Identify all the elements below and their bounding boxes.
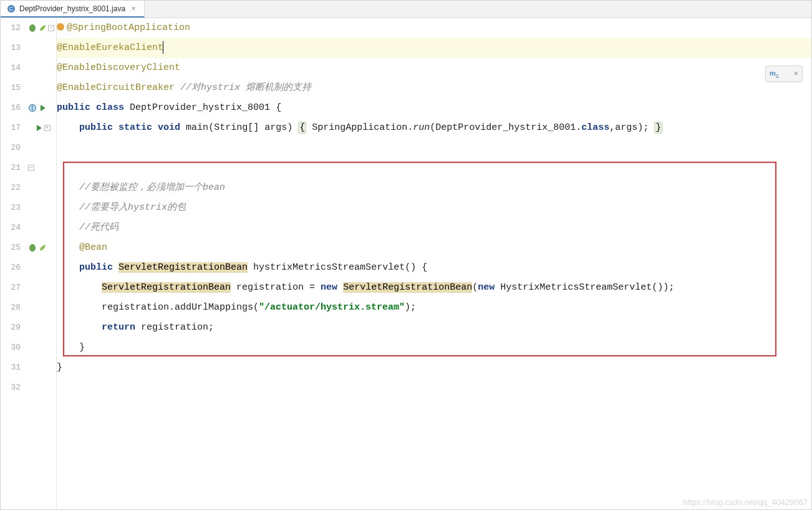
- line-number: 14: [1, 58, 21, 78]
- gutter-row: [26, 138, 56, 158]
- line-number: 15: [1, 78, 21, 98]
- gutter-row: [26, 38, 56, 58]
- line-number: 22: [1, 178, 21, 198]
- code-line[interactable]: [57, 378, 811, 398]
- floating-widget-close[interactable]: ×: [793, 69, 798, 79]
- code-editor[interactable]: 12 13 14 15 16 17 20 21 22 23 24 25 26 2…: [1, 18, 811, 509]
- gutter-row: [26, 378, 56, 398]
- code-line[interactable]: //死代码: [57, 218, 811, 238]
- gutter-row: [26, 58, 56, 78]
- code-line[interactable]: //要想被监控，必须增加一个bean: [57, 178, 811, 198]
- gutter-row: [26, 198, 56, 218]
- gutter-row: [26, 218, 56, 238]
- gutter-row: −: [26, 158, 56, 178]
- code-line[interactable]: registration.addUrlMappings("/actuator/h…: [57, 298, 811, 318]
- line-number: 29: [1, 318, 21, 338]
- code-line[interactable]: }: [57, 338, 811, 358]
- editor-tab-bar: C DeptProvider_hystrix_8001.java ×: [1, 1, 811, 18]
- gutter-row[interactable]: −: [26, 18, 56, 38]
- code-line[interactable]: public static void main(String[] args) {…: [57, 118, 811, 138]
- code-line[interactable]: public class DeptProvider_hystrix_8001 {: [57, 98, 811, 118]
- gutter-row: [26, 358, 56, 378]
- run-icon: [38, 104, 47, 112]
- spring-bean-icon: [28, 243, 37, 252]
- code-line[interactable]: [57, 138, 811, 158]
- fold-toggle[interactable]: −: [48, 25, 54, 31]
- line-number: 26: [1, 258, 21, 278]
- editor-tab-active[interactable]: C DeptProvider_hystrix_8001.java ×: [1, 1, 145, 17]
- spring-leaf-icon: [38, 243, 47, 252]
- code-line[interactable]: ServletRegistrationBean registration = n…: [57, 278, 811, 298]
- line-number: 12: [1, 18, 21, 38]
- code-line-current[interactable]: @EnableEurekaClient: [57, 38, 811, 58]
- code-line[interactable]: [57, 158, 811, 178]
- web-icon: [28, 104, 37, 112]
- gutter-row: [26, 258, 56, 278]
- line-number: 23: [1, 198, 21, 218]
- floating-widget-icon: mG: [770, 68, 779, 80]
- ide-root: C DeptProvider_hystrix_8001.java × 12 13…: [0, 0, 812, 510]
- line-number: 31: [1, 358, 21, 378]
- code-line[interactable]: @EnableDiscoveryClient: [57, 58, 811, 78]
- text-caret: [163, 41, 163, 54]
- editor-tab-title: DeptProvider_hystrix_8001.java: [19, 4, 125, 13]
- gutter-row: [26, 338, 56, 358]
- line-number: 25: [1, 238, 21, 258]
- annotation-bulb-icon: [57, 23, 64, 31]
- gutter-row[interactable]: [26, 238, 56, 258]
- gutter-row: [26, 298, 56, 318]
- fold-toggle[interactable]: +: [44, 125, 51, 131]
- gutter-row: [26, 178, 56, 198]
- icon-gutter: − + −: [26, 18, 57, 509]
- line-number: 20: [1, 138, 21, 158]
- line-number-gutter: 12 13 14 15 16 17 20 21 22 23 24 25 26 2…: [1, 18, 26, 509]
- fold-toggle[interactable]: −: [28, 165, 34, 171]
- spring-bean-icon: [28, 24, 37, 32]
- line-number: 24: [1, 218, 21, 238]
- code-line[interactable]: @Bean: [57, 238, 811, 258]
- gutter-row: [26, 78, 56, 98]
- code-line[interactable]: }: [57, 358, 811, 378]
- code-line[interactable]: public ServletRegistrationBean hystrixMe…: [57, 258, 811, 278]
- line-number: 27: [1, 278, 21, 298]
- run-icon: [34, 124, 43, 132]
- svg-text:C: C: [9, 6, 14, 12]
- code-content[interactable]: @SpringBootApplication @EnableEurekaClie…: [57, 18, 811, 509]
- line-number: 28: [1, 298, 21, 318]
- floating-widget[interactable]: mG ×: [765, 66, 803, 82]
- line-number: 21: [1, 158, 21, 178]
- gutter-row: [26, 278, 56, 298]
- line-number: 32: [1, 378, 21, 398]
- line-number: 17: [1, 118, 21, 138]
- code-line[interactable]: @EnableCircuitBreaker //对hystrix 熔断机制的支持: [57, 78, 811, 98]
- gutter-row[interactable]: [26, 98, 56, 118]
- spring-leaf-icon: [38, 24, 47, 32]
- line-number: 16: [1, 98, 21, 118]
- code-line[interactable]: @SpringBootApplication: [57, 18, 811, 38]
- line-number: 30: [1, 338, 21, 358]
- tab-close-button[interactable]: ×: [129, 4, 138, 13]
- code-line[interactable]: //需要导入hystrix的包: [57, 198, 811, 218]
- java-class-icon: C: [7, 4, 16, 13]
- line-number: 13: [1, 38, 21, 58]
- gutter-row: [26, 318, 56, 338]
- gutter-row[interactable]: +: [26, 118, 56, 138]
- code-line[interactable]: return registration;: [57, 318, 811, 338]
